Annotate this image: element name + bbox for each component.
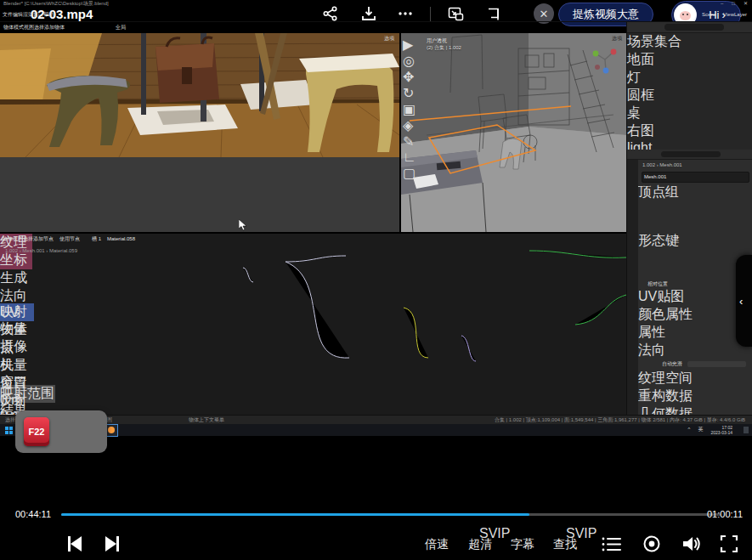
properties-search-input[interactable]	[661, 151, 721, 157]
menu-help[interactable]: 帮助	[43, 12, 54, 18]
vertex-groups-section[interactable]: 顶点组	[638, 184, 752, 201]
keycap-label: F22	[29, 427, 45, 437]
quality-button[interactable]: 超清	[468, 537, 492, 552]
outliner-item[interactable]: 地面	[627, 51, 752, 69]
mouse-cursor	[239, 219, 247, 231]
viewlayer-selector[interactable]: ViewLayer	[723, 12, 747, 18]
window-minimize-button[interactable]: –	[721, 1, 723, 7]
window-close-button[interactable]: ✕	[744, 1, 748, 7]
navigation-gizmo[interactable]	[591, 45, 619, 74]
menu-render[interactable]: 渲染	[23, 12, 33, 18]
progress-bar[interactable]	[61, 513, 721, 516]
video-player: 02-03.mp4 ✕ 提炼视频大意 Hi	[0, 0, 752, 560]
subtitles-button[interactable]: 字幕	[511, 537, 534, 552]
scene-selector[interactable]: Scene	[702, 12, 716, 18]
view-menu[interactable]: 视图	[24, 25, 34, 31]
cursor-tool[interactable]: ◎	[403, 53, 416, 69]
outliner[interactable]: 场景集合 地面 灯 圆框	[626, 22, 752, 150]
menu-edit[interactable]: 编辑	[13, 12, 23, 18]
outliner-item[interactable]: 灯	[627, 69, 752, 87]
move-tool[interactable]: ✥	[403, 69, 416, 85]
progress-fill	[61, 513, 529, 516]
playlist-icon[interactable]	[602, 536, 622, 556]
auto-smooth-angle-field[interactable]	[687, 361, 746, 367]
select-menu[interactable]: 选择	[34, 25, 44, 31]
add-cube-tool[interactable]: ▢	[403, 165, 416, 181]
transform-tool[interactable]: ◈	[403, 117, 416, 133]
rendered-scene-image	[0, 33, 399, 157]
previous-button[interactable]	[68, 536, 82, 552]
outliner-item[interactable]: 桌	[627, 105, 752, 122]
outliner-item[interactable]: 场景集合	[627, 33, 752, 51]
node-wires	[0, 234, 626, 415]
viewport-header: 物体模式 视图 选择 添加 物体 全局	[0, 22, 626, 33]
add-menu[interactable]: 添加	[44, 25, 54, 31]
scale-tool[interactable]: ▣	[403, 101, 416, 117]
active-collection-label: (2) 合集 | 1.002	[427, 45, 461, 51]
find-button[interactable]: 查找	[553, 537, 577, 552]
solid-viewport[interactable]: ▶ ◎ ✥ ↻ ▣ ◈ ✎ ∟ ▢ 用户透视 (2) 合集 | 1.002 选项	[401, 33, 626, 232]
properties-editor[interactable]: 1.002 › Mesh.001 Mesh.001 顶点组 形态键 相对位置 U…	[626, 150, 752, 415]
uv-maps-section[interactable]: UV贴图	[638, 288, 752, 306]
properties-header	[627, 150, 752, 160]
remesh-section[interactable]: 重构数据	[638, 387, 752, 405]
screen-record-icon[interactable]	[642, 535, 661, 557]
mouse-hint-context: 物体上下文菜单	[189, 417, 224, 423]
texture-space-section[interactable]: 纹理空间	[638, 370, 752, 387]
geometry-data-section[interactable]: 几何数据	[638, 405, 752, 415]
attributes-section[interactable]: 属性	[638, 324, 752, 342]
rendered-viewport[interactable]: 选项	[0, 33, 399, 232]
vertex-groups-list[interactable]	[642, 203, 749, 230]
transform-orientation-dropdown[interactable]: 全局	[116, 25, 126, 31]
object-menu[interactable]: 物体	[54, 25, 65, 31]
window-maximize-button[interactable]: □	[732, 1, 735, 7]
view-name-label: 用户透视	[427, 38, 447, 44]
language-indicator[interactable]: 英	[698, 427, 703, 433]
start-button[interactable]	[5, 427, 13, 434]
shape-keys-list[interactable]	[642, 252, 749, 279]
notification-icon[interactable]	[744, 427, 749, 433]
viewport-options-dropdown-right[interactable]: 选项	[612, 36, 622, 42]
shape-keys-section[interactable]: 形态键	[638, 232, 752, 250]
next-button[interactable]	[105, 536, 119, 552]
viewport-options-dropdown[interactable]: 选项	[384, 36, 394, 42]
scene-statistics: 合集 | 1.002 | 顶点:1,109,004 | 面:1,549,544 …	[495, 417, 745, 423]
auto-smooth-row[interactable]: 自动光滑	[638, 359, 752, 369]
select-tool[interactable]: ▶	[403, 37, 416, 53]
sidebar-drawer-handle[interactable]: ‹	[736, 255, 752, 347]
measure-tool[interactable]: ∟	[403, 150, 416, 165]
color-attributes-section[interactable]: 颜色属性	[638, 306, 752, 324]
blender-title-text: Blender* [C:\Users\WhZC\Desktop\场景.blend…	[3, 1, 109, 7]
menu-window[interactable]: 窗口	[33, 12, 43, 18]
windows-taskbar: ^ 英 17:02 2023-03-14	[0, 424, 752, 436]
shader-node-editor[interactable]: 物体 视图 选择 添加 节点 使用节点 槽 1 Material.058	[0, 234, 626, 415]
mesh-name-field[interactable]: Mesh.001	[642, 172, 749, 183]
clock-date: 2023-03-14	[710, 430, 732, 435]
clock[interactable]: 17:02 2023-03-14	[710, 425, 732, 435]
mouse-hint-select: 选择	[5, 417, 15, 423]
blender-titlebar: Blender* [C:\Users\WhZC\Desktop\场景.blend…	[0, 0, 752, 8]
properties-content: 1.002 › Mesh.001 Mesh.001 顶点组 形态键 相对位置 U…	[638, 160, 752, 415]
rotate-tool[interactable]: ↻	[403, 85, 416, 101]
outliner-header	[627, 22, 752, 33]
chevron-left-icon: ‹	[739, 295, 743, 308]
outliner-item[interactable]: 圆框	[627, 87, 752, 105]
normals-section[interactable]: 法向	[638, 342, 752, 359]
viewport-toolbar: ▶ ◎ ✥ ↻ ▣ ◈ ✎ ∟ ▢	[403, 37, 416, 181]
playback-speed-button[interactable]: 倍速	[425, 537, 449, 552]
volume-icon[interactable]	[681, 535, 702, 557]
properties-tab-strip	[627, 160, 638, 418]
keycap: F22	[24, 417, 49, 446]
annotate-tool[interactable]: ✎	[403, 133, 416, 150]
current-time: 00:44:11	[15, 509, 51, 519]
outliner-search-input[interactable]	[664, 24, 724, 31]
tray-expand-icon[interactable]: ^	[688, 427, 691, 433]
menu-file[interactable]: 文件	[3, 12, 13, 18]
properties-breadcrumb: 1.002 › Mesh.001	[638, 160, 752, 171]
total-time: 01:00:11	[707, 509, 743, 519]
fullscreen-icon[interactable]	[720, 535, 738, 557]
outliner-item[interactable]: 右图	[627, 122, 752, 140]
relative-row[interactable]: 相对位置	[638, 280, 752, 288]
blender-topbar: 文件 编辑 渲染 窗口 帮助 Scene ViewLayer	[0, 8, 752, 22]
mode-dropdown[interactable]: 物体模式	[3, 25, 24, 31]
